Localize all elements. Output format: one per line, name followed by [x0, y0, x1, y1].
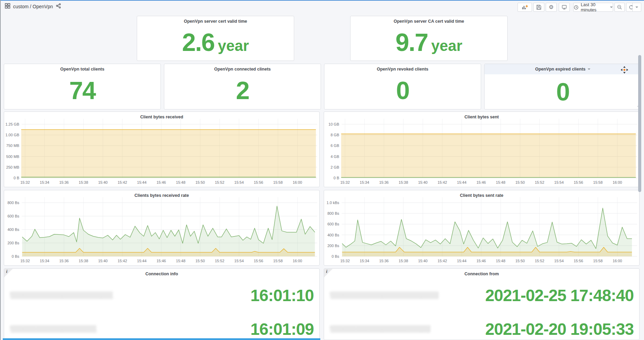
svg-text:15:40: 15:40 [418, 180, 428, 184]
panel-ca-cert-valid-time: OpenVpn server CA cert valid time 9.7 ye… [350, 16, 508, 61]
share-dashboard-icon[interactable] [56, 3, 61, 10]
dashboards-grid-icon[interactable] [5, 3, 10, 10]
panel-info-corner-icon[interactable]: i [324, 269, 333, 277]
svg-text:200 Bs: 200 Bs [8, 241, 20, 245]
time-series-plot[interactable]: 800 Bs600 Bs400 Bs200 Bs0 Bs15:3215:3415… [4, 190, 320, 267]
add-panel-icon [522, 4, 528, 10]
svg-text:15:42: 15:42 [118, 180, 127, 184]
svg-text:15:54: 15:54 [234, 180, 244, 184]
svg-text:15:56: 15:56 [254, 259, 263, 263]
svg-text:16:00: 16:00 [293, 259, 302, 263]
clock-icon [574, 5, 579, 10]
svg-text:4 GB: 4 GB [331, 155, 339, 159]
svg-text:15:46: 15:46 [156, 259, 166, 263]
svg-text:15:56: 15:56 [574, 259, 583, 263]
svg-text:0 B: 0 B [13, 176, 19, 180]
svg-text:15:40: 15:40 [98, 180, 108, 184]
svg-text:15:54: 15:54 [554, 180, 564, 184]
svg-text:16:00: 16:00 [293, 180, 302, 184]
svg-text:15:34: 15:34 [360, 180, 369, 184]
panel-server-cert-valid-time: OpenVpn server cert valid time 2.6 year [137, 16, 294, 61]
vertical-scrollbar-thumb[interactable] [638, 55, 641, 192]
panel-expired-clients: OpenVpn expired clients 0 [484, 64, 641, 109]
svg-text:400 Bs: 400 Bs [327, 233, 340, 237]
panel-title[interactable]: Connection from [324, 269, 639, 276]
svg-text:15:48: 15:48 [496, 259, 506, 263]
stat-value: 2.6 year [137, 24, 294, 61]
table-row: 16:01:10 [10, 285, 314, 306]
svg-text:15:52: 15:52 [535, 259, 544, 263]
svg-text:200 Bs: 200 Bs [327, 244, 340, 248]
panel-connection-from: i Connection from 2021-02-25 17:48:40 20… [324, 268, 640, 340]
svg-text:15:46: 15:46 [476, 259, 486, 263]
panel-total-clients: OpenVpn total clients 74 [4, 64, 161, 109]
stat-number: 0 [396, 78, 409, 103]
panel-title[interactable]: OpenVpn expired clients [535, 67, 586, 72]
add-panel-button[interactable] [518, 3, 532, 12]
panel-bytes-received-rate: 800 Bs600 Bs400 Bs200 Bs0 Bs15:3215:3415… [4, 190, 320, 266]
connection-date-value: 2021-02-25 17:48:40 [485, 286, 634, 305]
svg-text:15:36: 15:36 [379, 259, 389, 263]
panel-title[interactable]: OpenVpn server cert valid time [137, 16, 294, 24]
panel-header-hovered[interactable]: OpenVpn expired clients [485, 64, 641, 74]
panel-title[interactable]: OpenVpn server CA cert valid time [351, 16, 507, 24]
svg-text:15:50: 15:50 [196, 180, 205, 184]
svg-text:0 Bs: 0 Bs [12, 254, 20, 258]
table-row: 2021-02-25 17:48:40 [330, 285, 634, 306]
svg-text:0 Bs: 0 Bs [332, 254, 340, 258]
save-dashboard-button[interactable] [533, 3, 544, 12]
panel-title[interactable]: OpenVpn connected clinets [164, 64, 321, 72]
svg-text:15:50: 15:50 [515, 180, 525, 184]
monitor-icon [562, 4, 567, 10]
panel-client-bytes-received: 1.25 GB1.00 GB750 MB500 MB250 MB0 B15:32… [4, 111, 320, 187]
svg-text:15:50: 15:50 [196, 259, 205, 263]
cycle-view-mode-button[interactable] [559, 3, 570, 12]
svg-text:6 GB: 6 GB [331, 144, 339, 148]
dashboard-settings-button[interactable]: ⚙ [546, 3, 557, 12]
svg-text:15:32: 15:32 [340, 180, 350, 184]
svg-text:15:56: 15:56 [574, 180, 583, 184]
svg-text:15:34: 15:34 [360, 259, 369, 263]
svg-text:15:32: 15:32 [340, 259, 350, 263]
panel-title[interactable]: Connection info [4, 269, 319, 276]
magnifier-minus-icon [617, 4, 622, 10]
panel-title[interactable]: Client bytes sent [324, 112, 639, 119]
zoom-out-time-button[interactable] [614, 3, 625, 12]
svg-text:800 Bs: 800 Bs [327, 211, 340, 215]
save-icon [536, 4, 542, 10]
svg-text:2 GB: 2 GB [331, 165, 339, 169]
svg-text:750 MB: 750 MB [6, 144, 19, 148]
svg-text:15:38: 15:38 [399, 259, 408, 263]
svg-text:800 Bs: 800 Bs [8, 201, 20, 205]
time-series-plot[interactable]: 1.25 GB1.00 GB750 MB500 MB250 MB0 B15:32… [4, 112, 320, 189]
svg-text:15:44: 15:44 [457, 180, 467, 184]
svg-text:15:44: 15:44 [457, 259, 467, 263]
svg-text:15:56: 15:56 [254, 180, 263, 184]
panel-title[interactable]: Client bytes sent rate [324, 190, 639, 198]
panel-info-corner-icon[interactable]: i [4, 269, 13, 277]
svg-text:15:38: 15:38 [79, 259, 88, 263]
breadcrumb-title[interactable]: custom / OpenVpn [13, 4, 53, 9]
svg-text:15:58: 15:58 [593, 259, 603, 263]
svg-text:15:58: 15:58 [593, 180, 603, 184]
panel-title[interactable]: OpenVpn total clients [4, 64, 160, 72]
svg-text:15:38: 15:38 [399, 180, 408, 184]
breadcrumb: custom / OpenVpn [5, 3, 61, 10]
time-series-plot[interactable]: 10 GB8 GB6 GB4 GB2 GB0 B15:3215:3415:361… [324, 112, 640, 189]
svg-text:15:36: 15:36 [379, 180, 389, 184]
svg-text:15:42: 15:42 [118, 259, 127, 263]
panel-title[interactable]: Client bytes received [4, 112, 319, 119]
refresh-interval-picker[interactable] [632, 3, 641, 12]
time-series-plot[interactable]: 1.0 kBs800 Bs600 Bs400 Bs200 Bs0 Bs15:32… [324, 190, 640, 267]
svg-text:15:42: 15:42 [437, 180, 447, 184]
svg-text:0 B: 0 B [333, 176, 339, 180]
stat-number: 74 [69, 78, 95, 103]
panel-title[interactable]: OpenVpn revoked clients [324, 64, 481, 72]
panel-title[interactable]: Clients bytes received rate [4, 190, 319, 198]
svg-text:15:50: 15:50 [515, 259, 525, 263]
svg-text:15:48: 15:48 [176, 259, 186, 263]
panel-drag-crosshair-icon[interactable] [620, 66, 629, 75]
panel-menu-chevron-icon[interactable] [588, 68, 590, 70]
stat-number: 0 [556, 79, 569, 104]
time-range-picker[interactable]: Last 30 minutes [573, 3, 613, 12]
